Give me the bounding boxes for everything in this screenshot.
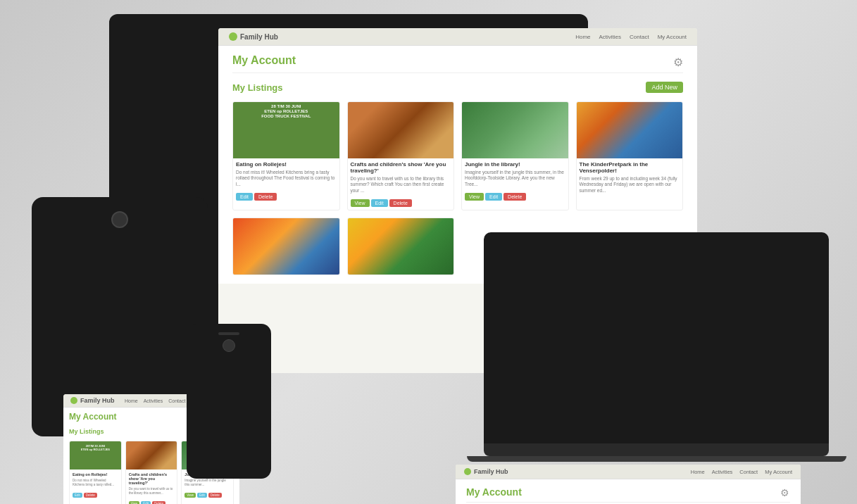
tablet-delete-btn-1[interactable]: Delete (84, 493, 97, 498)
monitor-card-jungle: Jungle in the library! Imagine yourself … (461, 101, 569, 210)
monitor-card-actions-1: Edit Delete (233, 190, 339, 203)
monitor-section-title: My Listings (232, 82, 283, 93)
monitor-card-crafts: Crafts and children's show 'Are you trav… (347, 101, 455, 210)
monitor-card-img-food-truck: 28 T/M 30 JUNIETEN op ROLLETJESFOOD TRUC… (233, 102, 339, 158)
tablet-view-btn-3[interactable]: View (184, 493, 196, 498)
monitor-delete-btn-1[interactable]: Delete (254, 193, 277, 201)
tablet-device: Family Hub Home Activities Contact My Ac… (32, 197, 208, 436)
tablet-card-desc-1: Do not miss it! Wheeled Kitchens bring a… (73, 479, 118, 487)
monitor-page-title-row: My Account ⚙ (232, 54, 683, 73)
tablet-delete-btn-3[interactable]: Delete (208, 493, 222, 498)
nav-contact[interactable]: Contact (630, 34, 649, 40)
monitor-card-family (347, 218, 455, 275)
tablet-brand-icon (70, 397, 77, 404)
tablet-nav-activities[interactable]: Activities (144, 398, 163, 403)
tablet-page-title: My Account (69, 412, 117, 422)
laptop-brand-name: Family Hub (474, 468, 508, 475)
laptop-settings-icon[interactable]: ⚙ (780, 487, 790, 497)
tablet-edit-btn-3[interactable]: Edit (197, 493, 207, 498)
laptop-nav-contact[interactable]: Contact (739, 469, 758, 475)
nav-account[interactable]: My Account (658, 34, 687, 40)
monitor-edit-btn-1[interactable]: Edit (236, 193, 253, 201)
laptop-nav-account[interactable]: My Account (765, 469, 792, 475)
phone-frame: Family Hub ☰ My Account ⚙ My Listings Ad… (187, 324, 271, 479)
monitor-page-title: My Account (232, 54, 296, 67)
monitor-card-actions-3: View Edit Delete (462, 190, 568, 203)
monitor-nav-links: Home Activities Contact My Account (575, 34, 687, 40)
laptop-page-title: My Account (466, 486, 522, 498)
tablet-edit-btn-2[interactable]: Edit (141, 501, 151, 504)
laptop-nav-home[interactable]: Home (691, 469, 705, 475)
tablet-view-btn-2[interactable]: View (129, 501, 140, 504)
tablet-card-img-2 (126, 441, 177, 470)
monitor-edit-btn-2[interactable]: Edit (371, 199, 388, 207)
laptop-page-title-row: My Account ⚙ (466, 486, 790, 503)
tablet-home-button[interactable] (111, 211, 128, 228)
monitor-nav: Family Hub Home Activities Contact My Ac… (218, 28, 697, 46)
monitor-card-title-1: Eating on Rollejes! (236, 161, 337, 168)
tablet-card-img-1: 28T/M 30 JUNIETEN op ROLLETJES (70, 441, 121, 470)
tablet-card-actions-1: Edit Delete (70, 490, 121, 500)
laptop-base (467, 456, 846, 462)
tablet-delete-btn-2[interactable]: Delete (152, 501, 165, 504)
monitor-card-img-japan (233, 218, 339, 275)
monitor-section-title-row: My Listings Add New (232, 82, 683, 93)
monitor-card-img-family (348, 218, 454, 275)
monitor-card-img-crafts (348, 102, 454, 158)
monitor-card-body-1: Eating on Rollejes! Do not miss it! Whee… (233, 158, 339, 190)
monitor-card-img-jungle (462, 102, 568, 158)
laptop-brand-icon (464, 468, 471, 475)
monitor-delete-btn-3[interactable]: Delete (503, 193, 526, 201)
monitor-card-desc-3: Imagine yourself in the jungle this summ… (465, 170, 565, 187)
monitor-card-actions-2: View Edit Delete (348, 196, 454, 210)
phone-speaker (218, 332, 239, 335)
tablet-card-desc-2: Do you want to travel with us to the lib… (129, 487, 175, 496)
monitor-add-new-button[interactable]: Add New (646, 82, 683, 93)
monitor-card-food-truck: 28 T/M 30 JUNIETEN op ROLLETJESFOOD TRUC… (232, 101, 340, 210)
monitor-card-body-3: Jungle in the library! Imagine yourself … (462, 158, 568, 190)
tablet-food-truck-text: 28T/M 30 JUNIETEN op ROLLETJES (72, 443, 119, 453)
laptop-main: My Account ⚙ My Listings Add New 28 T/M … (456, 479, 801, 504)
brand-logo-icon (229, 32, 237, 41)
phone-device: Family Hub ☰ My Account ⚙ My Listings Ad… (187, 324, 271, 479)
monitor-card-body-2: Crafts and children's show 'Are you trav… (348, 158, 454, 196)
food-truck-overlay: 28 T/M 30 JUNIETEN op ROLLETJESFOOD TRUC… (235, 104, 337, 120)
tablet-card-2: Crafts and children's show 'Are you trav… (125, 441, 178, 504)
tablet-card-actions-3: View Edit Delete (182, 490, 233, 500)
laptop-device: Family Hub Home Activities Contact My Ac… (484, 232, 829, 486)
tablet-card-desc-3: Imagine yourself in the jungle this summ… (184, 479, 230, 487)
monitor-card-desc-2: Do you want to travel with us to the lib… (351, 176, 451, 194)
laptop-brand: Family Hub (464, 468, 508, 475)
monitor-card-title-2: Crafts and children's show 'Are you trav… (351, 161, 451, 174)
monitor-card-img-kinderpark (577, 102, 683, 158)
tablet-card-actions-2: View Edit Delete (126, 498, 177, 504)
nav-activities[interactable]: Activities (599, 34, 622, 40)
laptop-nav-activities[interactable]: Activities (712, 469, 733, 475)
monitor-edit-btn-3[interactable]: Edit (485, 193, 502, 201)
nav-home[interactable]: Home (575, 34, 590, 40)
tablet-brand-name: Family Hub (80, 397, 115, 404)
phone-home-button[interactable] (223, 339, 235, 352)
monitor-brand: Family Hub (229, 32, 278, 41)
tablet-card-body-2: Crafts and children's show 'Are you trav… (126, 470, 177, 498)
monitor-view-btn-3[interactable]: View (465, 193, 484, 201)
tablet-card-title-1: Eating on Rollejes! (73, 472, 118, 477)
monitor-card-desc-4: From week 29 up to and including week 34… (580, 176, 680, 194)
monitor-settings-icon[interactable]: ⚙ (673, 56, 683, 65)
monitor-card-japan (232, 218, 340, 275)
monitor-view-btn-2[interactable]: View (351, 199, 370, 207)
monitor-card-desc-1: Do not miss it! Wheeled Kitchens bring a… (236, 170, 337, 187)
tablet-brand: Family Hub (70, 397, 115, 404)
tablet-nav-home[interactable]: Home (125, 398, 138, 403)
tablet-frame: Family Hub Home Activities Contact My Ac… (32, 197, 208, 436)
monitor-card-title-3: Jungle in the library! (465, 161, 565, 168)
tablet-card-1: 28T/M 30 JUNIETEN op ROLLETJES Eating on… (69, 441, 122, 504)
laptop-nav-links: Home Activities Contact My Account (691, 469, 792, 475)
monitor-card-title-4: The KinderPretpark in the Venserpolder! (580, 161, 680, 174)
monitor-delete-btn-2[interactable]: Delete (389, 199, 412, 207)
tablet-card-body-1: Eating on Rollejes! Do not miss it! Whee… (70, 470, 121, 490)
scene: Family Hub Home Activities Contact My Ac… (0, 0, 857, 504)
tablet-nav-contact[interactable]: Contact (168, 398, 185, 403)
tablet-edit-btn-1[interactable]: Edit (73, 493, 82, 498)
monitor-card-body-4: The KinderPretpark in the Venserpolder! … (577, 158, 683, 196)
